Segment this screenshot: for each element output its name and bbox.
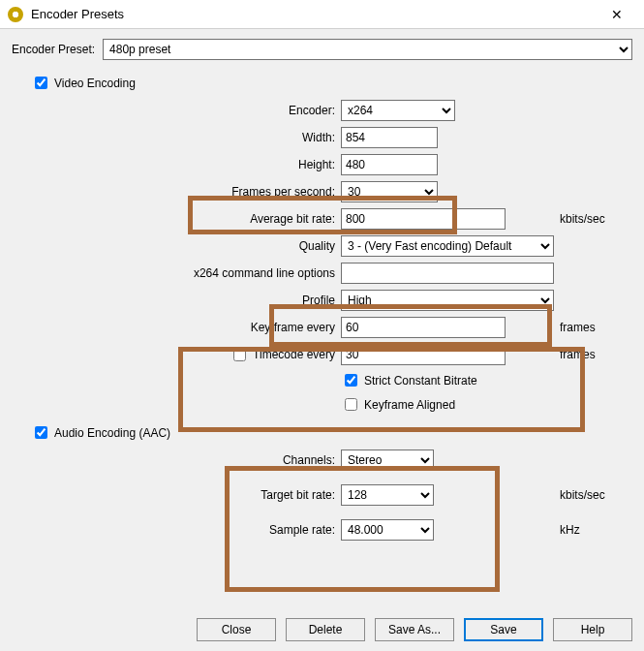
keyframe-label: Key frame every [12, 321, 341, 334]
encoder-select[interactable]: x264 [341, 100, 455, 121]
sample-rate-unit: kHz [554, 523, 632, 537]
save-as-button[interactable]: Save As... [375, 618, 454, 641]
footer: Close Delete Save As... Save Help [197, 618, 632, 641]
strict-cbr-row: Strict Constant Bitrate [341, 371, 477, 389]
sample-rate-label: Sample rate: [12, 523, 341, 537]
content: Encoder Preset: 480p preset Video Encodi… [0, 29, 644, 541]
timecode-row: Timecode every [12, 346, 341, 364]
channels-label: Channels: [12, 453, 341, 467]
width-input[interactable] [341, 127, 438, 148]
avg-bitrate-input[interactable] [341, 208, 506, 230]
timecode-input[interactable] [341, 344, 506, 365]
x264-opts-input[interactable] [341, 263, 554, 284]
video-grid: Encoder: x264 Width: Height: Frames per … [12, 100, 632, 414]
video-encoding-section: Video Encoding [31, 74, 632, 92]
target-bitrate-unit: kbits/sec [554, 488, 632, 502]
timecode-checkbox[interactable] [233, 349, 246, 361]
height-input[interactable] [341, 154, 438, 175]
avg-bitrate-unit: kbits/sec [554, 212, 632, 226]
encoder-preset-row: Encoder Preset: 480p preset [12, 39, 632, 60]
close-button[interactable]: Close [197, 618, 276, 641]
keyframe-aligned-label: Keyframe Aligned [364, 398, 455, 412]
sample-rate-select[interactable]: 48.000 [341, 519, 434, 541]
target-bitrate-select[interactable]: 128 [341, 484, 434, 506]
target-bitrate-label: Target bit rate: [12, 488, 341, 502]
quality-label: Quality [12, 239, 341, 253]
audio-grid: Channels: Stereo Target bit rate: 128 kb… [12, 450, 632, 541]
fps-select[interactable]: 30 [341, 181, 438, 202]
video-encoding-checkbox[interactable] [35, 77, 47, 89]
help-button[interactable]: Help [553, 618, 632, 641]
strict-cbr-label: Strict Constant Bitrate [364, 374, 477, 388]
width-label: Width: [12, 131, 341, 144]
strict-cbr-checkbox[interactable] [345, 374, 357, 387]
x264-opts-label: x264 command line options [12, 266, 341, 280]
encoder-preset-select[interactable]: 480p preset [103, 39, 632, 60]
profile-label: Profile [12, 294, 341, 307]
keyframe-aligned-row: Keyframe Aligned [341, 395, 455, 414]
audio-encoding-checkbox[interactable] [35, 426, 47, 439]
titlebar: Encoder Presets ✕ [0, 0, 644, 29]
fps-label: Frames per second: [12, 185, 341, 199]
height-label: Height: [12, 158, 341, 171]
keyframe-input[interactable] [341, 317, 506, 338]
audio-encoding-label: Audio Encoding (AAC) [54, 426, 170, 440]
encoder-label: Encoder: [12, 104, 341, 117]
window-title: Encoder Presets [31, 7, 598, 21]
video-encoding-label: Video Encoding [54, 77, 136, 90]
timecode-unit: frames [554, 348, 632, 361]
keyframe-unit: frames [554, 321, 632, 334]
timecode-label: Timecode every [253, 348, 335, 361]
save-button[interactable]: Save [464, 618, 543, 641]
channels-select[interactable]: Stereo [341, 450, 434, 471]
profile-select[interactable]: High [341, 290, 554, 311]
quality-select[interactable]: 3 - (Very Fast encoding) Default [341, 235, 554, 257]
keyframe-aligned-checkbox[interactable] [345, 398, 357, 411]
avg-bitrate-label: Average bit rate: [12, 212, 341, 226]
close-icon[interactable]: ✕ [598, 0, 636, 29]
delete-button[interactable]: Delete [286, 618, 365, 641]
app-icon [8, 7, 23, 22]
encoder-preset-label: Encoder Preset: [12, 43, 95, 56]
audio-encoding-section: Audio Encoding (AAC) [31, 423, 632, 442]
